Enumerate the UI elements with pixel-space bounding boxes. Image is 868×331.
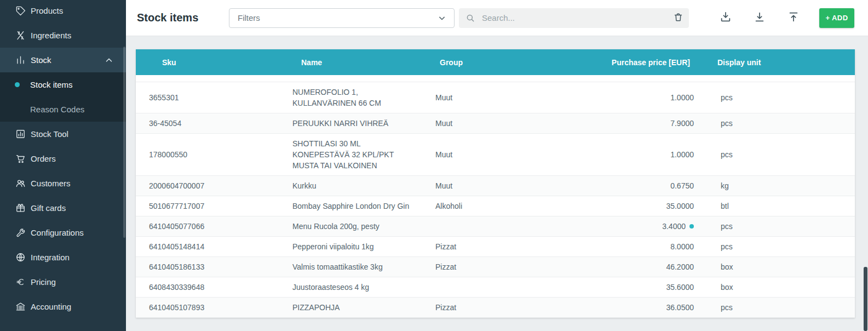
table-row[interactable]: 6408430339648Juustoraasteseos 4 kg35.600… (136, 277, 855, 298)
cell-group: Muut (423, 145, 565, 164)
cell-name: NUMEROFOLIO 1, KULLANVÄRINEN 66 CM (279, 82, 423, 113)
sidebar-item-accounting[interactable]: Accounting (0, 294, 126, 319)
sidebar-item-label: Products (31, 6, 63, 15)
cell-purchase-price: 3.4000 (565, 216, 700, 236)
cell-purchase-price: 1.0000 (565, 88, 700, 107)
table-row[interactable]: 6410405186133Valmis tomaattikastike 3kgP… (136, 257, 855, 277)
gift-cards-icon (15, 203, 26, 214)
cell-group: Muut (423, 176, 565, 196)
table-row[interactable]: 3655301NUMEROFOLIO 1, KULLANVÄRINEN 66 C… (136, 82, 855, 113)
active-bullet-icon (15, 82, 20, 87)
table-scrollbar[interactable] (864, 267, 867, 331)
cell-sku: 6410405186133 (136, 257, 279, 277)
cell-sku: 6410405148414 (136, 237, 279, 256)
cell-sku: 3655301 (136, 88, 279, 107)
configurations-icon (15, 227, 26, 238)
column-header-sku[interactable]: Sku (136, 58, 279, 67)
accounting-icon (15, 301, 26, 312)
products-icon (15, 5, 26, 16)
sidebar-item-ingredients[interactable]: Ingredients (0, 23, 126, 48)
sidebar-item-label: Customers (31, 179, 71, 188)
content-area: SkuNameGroupPurchase price [EUR]Display … (126, 36, 868, 331)
sidebar-item-label: Stock (31, 55, 51, 65)
cell-purchase-price: 7.9000 (565, 113, 700, 133)
cell-purchase-price: 46.2000 (565, 257, 700, 277)
sidebar-nav: ProductsIngredientsStockStock itemsReaso… (0, 0, 126, 319)
cell-group: Pizzat (423, 237, 565, 256)
table-row[interactable]: 6410405107893PIZZAPOHJAPizzat36.0500pcs (136, 298, 855, 318)
pricing-icon (15, 277, 26, 288)
sidebar-item-stock-tool[interactable]: Stock Tool (0, 122, 126, 146)
sidebar-scrollbar[interactable] (123, 47, 125, 238)
orders-icon (15, 153, 26, 164)
cell-group: Muut (423, 113, 565, 133)
cell-display-unit: kg (700, 176, 855, 196)
cell-group: Pizzat (423, 257, 565, 277)
filters-dropdown[interactable]: Filters (229, 8, 455, 28)
cell-purchase-price: 35.6000 (565, 277, 700, 297)
add-button[interactable]: + ADD (819, 8, 854, 28)
column-header-name[interactable]: Name (279, 58, 423, 67)
app-root: ProductsIngredientsStockStock itemsReaso… (0, 0, 868, 331)
ingredients-icon (15, 30, 26, 41)
sidebar-item-stock[interactable]: Stock (0, 48, 126, 72)
sidebar-item-customers[interactable]: Customers (0, 171, 126, 196)
sidebar-item-products[interactable]: Products (0, 0, 126, 23)
stock-submenu: Stock itemsReason Codes (0, 72, 126, 122)
cell-name: Bombay Sapphire London Dry Gin (279, 196, 423, 216)
table-row[interactable]: 178000550SHOTTILASI 30 ML KONEPESTÄVÄ 32… (136, 134, 855, 176)
table-row[interactable]: 6410405077066Menu Rucola 200g, pesty3.40… (136, 216, 855, 237)
cell-purchase-price: 35.0000 (565, 196, 700, 216)
upload-button[interactable] (786, 11, 801, 25)
column-header-purchase-price-eur[interactable]: Purchase price [EUR] (565, 58, 700, 67)
cell-sku: 5010677717007 (136, 196, 279, 216)
sidebar-subitem-reason-codes[interactable]: Reason Codes (0, 97, 126, 122)
table-row[interactable]: 2000604700007KurkkuMuut0.6750kg (136, 176, 855, 196)
cell-display-unit: pcs (700, 145, 855, 164)
cell-display-unit: pcs (700, 298, 855, 317)
cell-purchase-price: 36.0500 (565, 298, 700, 317)
cell-name: SHOTTILASI 30 ML KONEPESTÄVÄ 32 KPL/PKT … (279, 134, 423, 175)
import-button[interactable] (752, 11, 767, 25)
cell-sku: 6410405107893 (136, 298, 279, 317)
column-header-group[interactable]: Group (423, 58, 565, 67)
cell-sku: 6408430339648 (136, 277, 279, 297)
sidebar-subitem-label: Reason Codes (30, 105, 84, 114)
sidebar-item-label: Stock Tool (31, 129, 68, 139)
bullet-spacer (15, 107, 20, 112)
toolbar: Stock items Filters (126, 0, 868, 36)
sidebar-item-gift-cards[interactable]: Gift cards (0, 196, 126, 220)
cell-sku: 6410405077066 (136, 216, 279, 236)
sidebar-item-label: Accounting (31, 302, 71, 311)
toolbar-actions (718, 11, 801, 25)
cell-group (423, 222, 565, 231)
table-row[interactable]: 36-45054PERUUKKI NARRI VIHREÄMuut7.9000p… (136, 113, 855, 134)
sidebar-item-configurations[interactable]: Configurations (0, 220, 126, 245)
cell-purchase-price: 1.0000 (565, 145, 700, 164)
upload-icon (787, 11, 800, 25)
sidebar-subitem-label: Stock items (30, 80, 73, 89)
sidebar-item-label: Ingredients (31, 31, 71, 40)
sidebar-subitem-stock-items[interactable]: Stock items (0, 72, 126, 97)
sidebar-item-integration[interactable]: Integration (0, 245, 126, 270)
clear-search-button[interactable] (671, 12, 685, 25)
cell-display-unit: box (700, 257, 855, 277)
chevron-up-icon (104, 55, 114, 65)
cell-name: Juustoraasteseos 4 kg (279, 277, 423, 297)
sidebar-item-label: Integration (31, 253, 70, 262)
cell-purchase-price: 0.6750 (565, 176, 700, 196)
search-input[interactable] (481, 13, 671, 23)
table-body: 3655301NUMEROFOLIO 1, KULLANVÄRINEN 66 C… (136, 75, 855, 318)
price-indicator-dot (689, 224, 694, 229)
stock-table: SkuNameGroupPurchase price [EUR]Display … (136, 49, 855, 318)
table-row[interactable]: 5010677717007Bombay Sapphire London Dry … (136, 196, 855, 216)
table-row[interactable]: 6410405148414Pepperoni viipaloitu 1kgPiz… (136, 237, 855, 257)
sidebar-item-label: Pricing (31, 277, 56, 287)
cell-sku: 178000550 (136, 145, 279, 164)
export-button[interactable] (718, 11, 733, 25)
column-header-display-unit[interactable]: Display unit (700, 58, 855, 67)
customers-icon (15, 178, 26, 189)
sidebar-item-pricing[interactable]: Pricing (0, 270, 126, 294)
sidebar-item-orders[interactable]: Orders (0, 146, 126, 171)
page-title: Stock items (137, 12, 218, 24)
